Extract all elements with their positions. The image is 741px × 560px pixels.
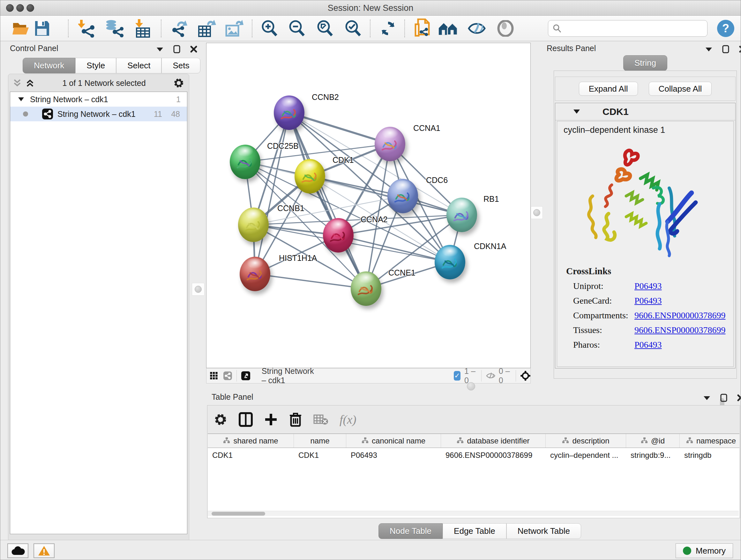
network-canvas[interactable]: CCNB2CCNA1CDC25BCDK1CDC6RB1CCNB1CCNA2CDK… bbox=[206, 43, 531, 368]
tab-network-table[interactable]: Network Table bbox=[507, 523, 581, 539]
table-cell[interactable]: CDK1 bbox=[294, 448, 346, 462]
column-header-sharedname[interactable]: shared name bbox=[208, 434, 294, 448]
crosslink-link[interactable]: 9606.ENSP00000378699 bbox=[634, 325, 725, 335]
panel-menu-icon[interactable] bbox=[703, 395, 711, 400]
node-CDKN1A[interactable] bbox=[434, 245, 465, 279]
edge-HIST1H1A-CCNE1[interactable] bbox=[255, 274, 366, 289]
panel-menu-icon[interactable] bbox=[156, 47, 164, 52]
float-panel-icon[interactable] bbox=[173, 45, 180, 53]
float-panel-icon[interactable] bbox=[720, 394, 727, 402]
close-panel-icon[interactable] bbox=[739, 45, 741, 53]
collapse-all-icon[interactable] bbox=[12, 79, 22, 87]
grid-view-icon[interactable] bbox=[210, 370, 218, 382]
crosslink-link[interactable]: 9606.ENSP00000378699 bbox=[634, 310, 725, 320]
expander-icon[interactable] bbox=[18, 97, 24, 102]
node-HIST1H1A[interactable] bbox=[240, 257, 270, 291]
help-button[interactable]: ? bbox=[716, 19, 736, 38]
show-columns-icon[interactable] bbox=[239, 412, 253, 427]
table-gear-icon[interactable] bbox=[214, 413, 227, 426]
export-table-button[interactable] bbox=[197, 19, 217, 38]
node-CDC6[interactable] bbox=[387, 179, 418, 213]
network-view-share-icon[interactable] bbox=[223, 370, 232, 382]
node-CCNE1[interactable] bbox=[351, 271, 381, 306]
open-folder-icon bbox=[12, 20, 30, 37]
close-panel-icon[interactable] bbox=[737, 394, 741, 401]
fit-content-crosshair-icon[interactable] bbox=[521, 369, 530, 383]
column-header-databaseidentifier[interactable]: database identifier bbox=[441, 434, 546, 448]
enhanced-graphics-toggle-button[interactable] bbox=[467, 19, 487, 38]
warnings-button[interactable] bbox=[33, 543, 55, 558]
edge-CCNB2-HIST1H1A[interactable] bbox=[255, 113, 289, 274]
table-cell[interactable]: cyclin–dependent ... bbox=[546, 448, 626, 462]
import-network-button[interactable] bbox=[77, 19, 97, 38]
table-cell[interactable]: stringdb bbox=[680, 448, 739, 462]
open-session-button[interactable] bbox=[11, 19, 31, 38]
expand-all-icon[interactable] bbox=[25, 79, 35, 87]
float-panel-icon[interactable] bbox=[722, 45, 729, 53]
crosslink-link[interactable]: P06493 bbox=[634, 340, 662, 350]
string-home-button[interactable] bbox=[438, 19, 458, 38]
crosslink-link[interactable]: P06493 bbox=[634, 281, 662, 291]
import-network-from-database-button[interactable] bbox=[105, 19, 124, 38]
import-table-button[interactable] bbox=[132, 19, 152, 38]
save-session-button[interactable] bbox=[32, 19, 52, 38]
export-network-button[interactable] bbox=[170, 19, 189, 38]
table-cell[interactable]: P06493 bbox=[346, 448, 441, 462]
column-header-canonicalname[interactable]: canonical name bbox=[346, 434, 441, 448]
birds-eye-view-icon[interactable] bbox=[241, 369, 250, 382]
tab-edge-table[interactable]: Edge Table bbox=[443, 523, 507, 539]
show-hide-graphics-button[interactable] bbox=[495, 19, 515, 38]
collapse-all-button[interactable]: Collapse All bbox=[649, 82, 712, 96]
table-hscrollbar[interactable] bbox=[208, 511, 739, 516]
node-table[interactable]: shared namenamecanonical namedatabase id… bbox=[208, 434, 739, 518]
table-cell[interactable]: stringdb:9... bbox=[626, 448, 680, 462]
selected-nodes-checkbox[interactable]: ✓ bbox=[454, 371, 461, 381]
apply-layout-button[interactable] bbox=[378, 19, 398, 38]
delete-column-icon[interactable] bbox=[289, 412, 302, 427]
column-header-description[interactable]: description bbox=[546, 434, 626, 448]
tab-sets[interactable]: Sets bbox=[161, 58, 200, 73]
function-builder-icon[interactable]: f(x) bbox=[340, 413, 356, 427]
results-tab-string[interactable]: String bbox=[623, 55, 667, 71]
network-tree-root-row[interactable]: String Network – cdk1 1 bbox=[10, 92, 187, 107]
node-CDK1[interactable] bbox=[294, 159, 325, 193]
column-header-id[interactable]: @id bbox=[626, 434, 680, 448]
node-CCNB1[interactable] bbox=[238, 207, 269, 242]
zoom-in-button[interactable] bbox=[259, 19, 279, 38]
node-CCNB2[interactable] bbox=[274, 96, 305, 130]
zoom-fit-button[interactable] bbox=[315, 19, 335, 38]
tab-select[interactable]: Select bbox=[116, 58, 161, 73]
panel-menu-icon[interactable] bbox=[705, 47, 713, 52]
node-CDC25B[interactable] bbox=[230, 145, 260, 179]
close-panel-icon[interactable] bbox=[190, 45, 198, 53]
table-cell[interactable]: 9606.ENSP00000378699 bbox=[441, 448, 546, 462]
add-column-icon[interactable] bbox=[264, 413, 278, 426]
cloud-button[interactable] bbox=[7, 543, 28, 558]
table-cell[interactable]: CDK1 bbox=[208, 448, 294, 462]
expand-all-button[interactable]: Expand All bbox=[579, 82, 638, 96]
search-input[interactable] bbox=[562, 23, 707, 33]
gene-section-header[interactable]: CDK1 bbox=[555, 103, 735, 120]
delete-table-icon[interactable] bbox=[313, 414, 328, 425]
export-image-button[interactable] bbox=[224, 19, 244, 38]
table-hscrollbar-thumb[interactable] bbox=[212, 512, 265, 516]
node-CCNA2[interactable] bbox=[323, 218, 354, 253]
zoom-out-button[interactable] bbox=[287, 19, 307, 38]
memory-button[interactable]: Memory bbox=[676, 543, 733, 558]
right-splitter-handle[interactable] bbox=[531, 206, 543, 219]
gear-icon[interactable] bbox=[173, 78, 184, 88]
collapse-section-icon[interactable] bbox=[573, 109, 580, 114]
node-CCNA1[interactable] bbox=[375, 127, 405, 161]
node-RB1[interactable] bbox=[447, 198, 477, 232]
tab-style[interactable]: Style bbox=[75, 58, 116, 73]
network-tree-child-row[interactable]: String Network – cdk1 11 48 bbox=[10, 107, 187, 121]
column-header-name[interactable]: name bbox=[294, 434, 346, 448]
left-splitter-handle[interactable] bbox=[192, 283, 205, 296]
crosslink-link[interactable]: P06493 bbox=[634, 296, 662, 306]
table-row[interactable]: CDK1CDK1P064939606.ENSP00000378699cyclin… bbox=[208, 448, 739, 462]
column-header-namespace[interactable]: namespace bbox=[680, 434, 739, 448]
string-import-button[interactable] bbox=[413, 19, 432, 38]
tab-network[interactable]: Network bbox=[23, 58, 75, 73]
tab-node-table[interactable]: Node Table bbox=[379, 523, 443, 539]
zoom-selected-button[interactable] bbox=[343, 19, 363, 38]
